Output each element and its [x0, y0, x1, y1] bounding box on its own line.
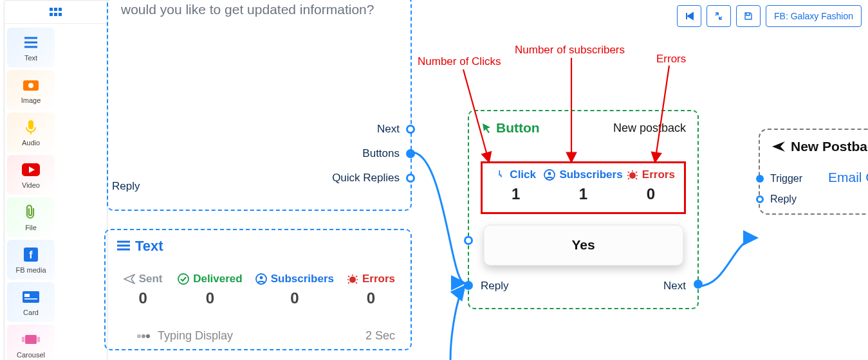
svg-point-33 [548, 172, 551, 176]
svg-rect-2 [59, 8, 62, 11]
port-dot-icon [406, 125, 415, 134]
stat-value: 0 [255, 289, 334, 307]
input-port[interactable] [464, 281, 473, 290]
button-reply-port[interactable]: Reply [481, 280, 508, 292]
palette-label: File [25, 224, 37, 231]
text-node-title-label: Text [135, 238, 163, 255]
palette-label: Image [21, 96, 41, 104]
stat-value: 0 [347, 289, 395, 307]
svg-rect-1 [54, 8, 57, 11]
palette-label: Video [22, 181, 40, 189]
clip-icon [22, 203, 40, 221]
palette-item-file[interactable]: File [7, 197, 55, 237]
text-lines-icon [117, 240, 130, 252]
input-port-alt[interactable] [464, 236, 473, 245]
yes-button[interactable]: Yes [484, 224, 683, 266]
stat-label: Errors [347, 273, 395, 285]
stat-subscribers: Subscribers0 [255, 273, 334, 307]
stat-label: Subscribers [544, 168, 622, 181]
save-button[interactable] [736, 5, 761, 27]
output-ports: Next Buttons Quick Replies [315, 117, 405, 190]
stat-value: 0 [121, 289, 165, 307]
palette-item-card[interactable]: Card [7, 282, 55, 322]
postback-trigger-port[interactable]: Trigger [770, 168, 802, 189]
annotation-subs: Number of subscribers [515, 44, 625, 57]
typing-dots-icon: Typing Display [136, 329, 233, 343]
postback-node[interactable]: New Postback Email Co Trigger Reply [759, 129, 868, 215]
port-buttons-label: Buttons [362, 147, 400, 160]
postback-reply-port[interactable]: Reply [770, 189, 802, 210]
youtube-icon [22, 161, 40, 179]
svg-point-31 [146, 334, 150, 338]
svg-text:f: f [29, 249, 33, 260]
rewind-button[interactable] [677, 5, 701, 27]
palette-label: FB media [15, 266, 46, 274]
grid-icon [50, 8, 62, 17]
button-node[interactable]: Button New postback Click1 Subscribers1 … [468, 110, 699, 309]
text-node[interactable]: Text Sent0 Delivered0 Subscribers0 Error… [104, 229, 412, 350]
stat-label: Subscribers [255, 273, 334, 285]
port-next-label: Next [377, 123, 400, 136]
svg-rect-15 [25, 335, 37, 344]
output-port-next[interactable] [694, 280, 703, 289]
port-quick-replies[interactable]: Quick Replies [315, 166, 405, 190]
port-next[interactable]: Next [315, 117, 405, 141]
port-dot-icon [406, 149, 415, 158]
typing-display-row: Typing Display 2 Sec [117, 329, 399, 343]
message-node[interactable]: would you like to get updated informatio… [107, 0, 412, 211]
svg-rect-3 [50, 13, 53, 16]
palette-header[interactable] [5, 1, 107, 24]
port-dot-icon [406, 174, 415, 183]
palette-label: Audio [22, 139, 40, 147]
stat-value: 1 [544, 185, 622, 203]
carousel-icon [22, 330, 40, 348]
palette-label: Card [23, 309, 39, 316]
svg-point-28 [349, 276, 356, 283]
stat-label: Click [488, 168, 544, 181]
stat-click: Click1 [488, 168, 544, 203]
element-palette: TextImageAudioVideoFilefFB mediaCardCaro… [4, 0, 107, 360]
palette-item-audio[interactable]: Audio [7, 113, 55, 152]
stat-value: 1 [488, 185, 544, 203]
svg-rect-16 [22, 337, 24, 342]
stat-label: Sent [121, 273, 165, 285]
annotation-clicks: Number of Clicks [418, 55, 501, 68]
card-icon [22, 288, 40, 306]
palette-item-carousel[interactable]: Carousel [7, 325, 55, 360]
svg-point-25 [178, 274, 189, 284]
postback-reply-label: Reply [770, 194, 797, 205]
stat-delivered: Delivered0 [178, 273, 243, 307]
cursor-icon [481, 122, 492, 134]
palette-item-fb-media[interactable]: fFB media [7, 240, 55, 280]
channel-button[interactable]: FB: Galaxy Fashion [766, 5, 862, 27]
svg-rect-4 [54, 13, 57, 16]
postback-title: New Postback [771, 139, 868, 154]
reply-label: Reply [112, 180, 140, 193]
stat-errors: Errors0 [347, 273, 395, 307]
rewind-icon [685, 12, 694, 21]
palette-item-video[interactable]: Video [7, 155, 55, 195]
svg-rect-13 [24, 294, 30, 297]
text-node-title: Text [117, 238, 399, 255]
port-dot-icon [756, 175, 764, 183]
button-title-label: Button [496, 120, 540, 136]
port-buttons[interactable]: Buttons [315, 141, 405, 166]
collapse-icon [714, 12, 723, 21]
button-stats-highlight: Click1 Subscribers1 Errors0 [481, 161, 686, 214]
button-next-port[interactable]: Next [663, 280, 686, 292]
button-node-title: Button [481, 120, 540, 136]
svg-point-27 [259, 276, 263, 280]
svg-rect-0 [50, 8, 53, 11]
palette-item-image[interactable]: Image [7, 70, 55, 110]
stat-value: 0 [623, 185, 679, 203]
typing-value: 2 Sec [365, 329, 395, 343]
collapse-button[interactable] [706, 5, 731, 27]
save-icon [744, 12, 753, 21]
button-subtitle: New postback [613, 122, 686, 135]
send-icon [771, 140, 786, 153]
postback-trigger-label: Trigger [770, 173, 802, 184]
svg-rect-5 [59, 13, 62, 16]
camera-icon [22, 76, 40, 94]
palette-item-text[interactable]: Text [7, 28, 55, 68]
stat-sent: Sent0 [121, 273, 165, 307]
